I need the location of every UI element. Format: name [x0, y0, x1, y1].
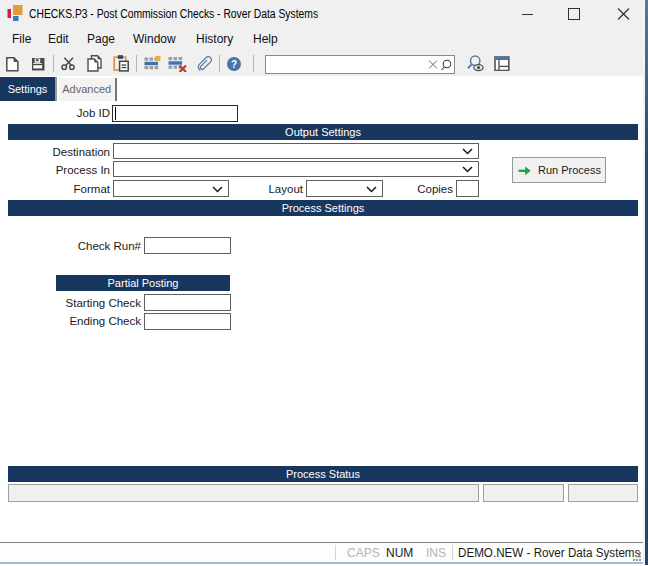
svg-text:?: ?	[231, 59, 237, 70]
